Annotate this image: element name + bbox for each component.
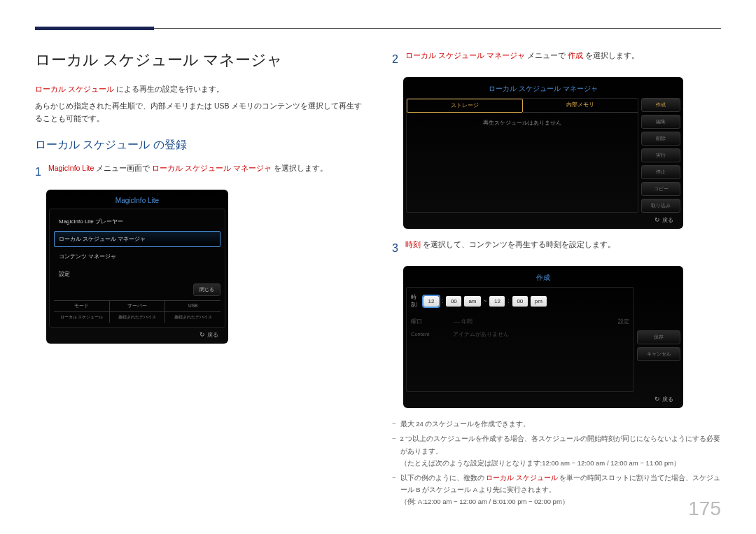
time-start-hour[interactable]: 12 — [424, 296, 439, 307]
step1-pre: MagicInfo Lite — [48, 164, 94, 172]
dev3-date-value: ---- 年間 — [453, 318, 472, 325]
time-colon-2: : — [507, 297, 509, 304]
dev2-empty-message: 再生スケジュールはありません — [407, 113, 638, 134]
note-3-text: 以下の例のように、複数の ローカル スケジュール を単一の時間スロットに割り当て… — [400, 472, 721, 507]
note-3a-red: ローカル スケジュール — [486, 474, 558, 482]
dev1-footer: 戻る — [49, 328, 225, 341]
intro-line-2: あらかじめ指定された再生順で、内部メモリまたは USB メモリのコンテンツを選択… — [35, 100, 364, 125]
time-start-ampm[interactable]: am — [464, 296, 480, 307]
dev3-content-value: アイテムがありません — [453, 331, 509, 338]
note-2b: （たとえば次のような設定は誤りとなります:12:00 am − 12:00 am… — [400, 459, 681, 467]
right-column: 2 ローカル スケジュール マネージャ メニューで 作成 を選択します。 ローカ… — [392, 50, 721, 510]
dev3-row-date: 曜日 ---- 年間 設定 — [411, 318, 629, 325]
step1-mid: メニュー画面で — [94, 164, 152, 172]
dev1-status-v1: 接続されたデバイス — [110, 311, 166, 323]
dev1-status-header: モード サーバー USB — [54, 300, 220, 311]
step-3-number: 3 — [392, 239, 398, 258]
time-row: 時刻 12 : 00 am ~ 12 : 00 pm — [411, 293, 629, 309]
dev1-close-button[interactable]: 閉じる — [193, 283, 220, 296]
device-screen-schedule-manager: ローカル スケジュール マネージャ ストレージ 内部メモリ 再生スケジュールはあ… — [403, 77, 683, 229]
dev3-left-pane: 時刻 12 : 00 am ~ 12 : 00 pm 曜日 ---- 年間 — [406, 287, 634, 392]
step-2: 2 ローカル スケジュール マネージャ メニューで 作成 を選択します。 — [392, 50, 721, 69]
dev3-btn-cancel[interactable]: キャンセル — [637, 347, 680, 361]
dev1-return[interactable]: 戻る — [207, 332, 218, 338]
step3-post: を選択して、コンテンツを再生する時刻を設定します。 — [421, 240, 615, 248]
step-1-text: MagicInfo Lite メニュー画面で ローカル スケジュール マネージャ… — [48, 162, 328, 181]
dev2-tabs: ストレージ 内部メモリ — [407, 99, 638, 113]
dev3-footer: 戻る — [406, 392, 680, 405]
step-3-text: 時刻 を選択して、コンテンツを再生する時刻を設定します。 — [405, 239, 615, 258]
content-columns: ローカル スケジュール マネージャ ローカル スケジュール による再生の設定を行… — [35, 50, 721, 510]
note-1: − 最大 24 のスケジュールを作成できます。 — [392, 418, 721, 430]
section-heading: ローカル スケジュール の登録 — [35, 138, 364, 153]
dev2-btn-edit[interactable]: 編集 — [641, 115, 680, 129]
note-2: − 2 つ以上のスケジュールを作成する場合、各スケジュールの開始時刻が同じになら… — [392, 433, 721, 468]
time-dash: ~ — [484, 297, 487, 304]
dev1-menu-content-manager[interactable]: コンテンツ マネージャ — [54, 248, 220, 265]
dev2-tab-internal[interactable]: 内部メモリ — [523, 99, 638, 113]
intro-red: ローカル スケジュール — [35, 85, 114, 93]
step3-red: 時刻 — [405, 240, 421, 248]
dev1-status-mode: モード — [54, 301, 110, 311]
dev1-status-usb: USB — [165, 301, 220, 311]
dev2-btn-run[interactable]: 実行 — [641, 148, 680, 162]
dev2-body: ストレージ 内部メモリ 再生スケジュールはありません 作成 編集 削除 実行 停… — [406, 98, 680, 213]
return-icon — [654, 396, 662, 402]
left-column: ローカル スケジュール マネージャ ローカル スケジュール による再生の設定を行… — [35, 50, 364, 510]
dev1-status-v0: ローカル スケジュール — [54, 311, 110, 323]
intro-line-1: ローカル スケジュール による再生の設定を行います。 — [35, 83, 364, 96]
dev2-return[interactable]: 戻る — [662, 217, 673, 223]
dev3-return[interactable]: 戻る — [662, 396, 673, 402]
dev1-menu-schedule-manager[interactable]: ローカル スケジュール マネージャ — [54, 231, 220, 247]
dev2-left-pane: ストレージ 内部メモリ 再生スケジュールはありません — [406, 98, 638, 213]
note-1-text: 最大 24 のスケジュールを作成できます。 — [400, 418, 531, 430]
time-end-ampm[interactable]: pm — [531, 296, 547, 307]
time-label: 時刻 — [411, 293, 421, 309]
note-2a: 2 つ以上のスケジュールを作成する場合、各スケジュールの開始時刻が同じにならない… — [400, 435, 721, 454]
dev3-buttons: 保存 キャンセル — [637, 287, 680, 392]
dev1-menu-settings[interactable]: 設定 — [54, 266, 220, 282]
dev3-btn-save[interactable]: 保存 — [637, 330, 680, 344]
note-3b: （例: A:12:00 am − 12:00 am / B:01:00 pm −… — [400, 498, 569, 505]
dev2-btn-import[interactable]: 取り込み — [641, 199, 680, 213]
dev2-tab-storage[interactable]: ストレージ — [407, 99, 523, 113]
top-rule — [35, 28, 721, 29]
step2-red2: 作成 — [568, 51, 583, 59]
dev1-status-server: サーバー — [110, 301, 166, 311]
note-3: − 以下の例のように、複数の ローカル スケジュール を単一の時間スロットに割り… — [392, 472, 721, 507]
note-2-text: 2 つ以上のスケジュールを作成する場合、各スケジュールの開始時刻が同じにならない… — [400, 433, 721, 468]
step1-red2: ローカル スケジュール マネージャ — [152, 164, 272, 172]
step-2-number: 2 — [392, 50, 398, 69]
dev2-btn-stop[interactable]: 停止 — [641, 165, 680, 179]
page-number: 175 — [688, 498, 721, 520]
step-1-number: 1 — [35, 162, 41, 181]
dev2-btn-delete[interactable]: 削除 — [641, 132, 680, 146]
time-end-hour[interactable]: 12 — [489, 296, 505, 307]
dev2-buttons: 作成 編集 削除 実行 停止 コピー 取り込み — [641, 98, 680, 213]
dev1-menu-player[interactable]: MagicInfo Lite プレーヤー — [54, 213, 220, 230]
step-2-text: ローカル スケジュール マネージャ メニューで 作成 を選択します。 — [405, 50, 639, 69]
dev3-content-label: Content — [411, 331, 446, 338]
time-end-min[interactable]: 00 — [512, 296, 528, 307]
dev3-title: 作成 — [406, 269, 680, 287]
dev2-btn-create[interactable]: 作成 — [641, 98, 680, 112]
device-screen-create: 作成 時刻 12 : 00 am ~ 12 : 00 pm — [403, 266, 683, 408]
step1-post: を選択します。 — [272, 164, 328, 172]
time-start-min[interactable]: 00 — [446, 296, 461, 307]
dev2-footer: 戻る — [406, 213, 680, 226]
step-1: 1 MagicInfo Lite メニュー画面で ローカル スケジュール マネー… — [35, 162, 364, 181]
return-icon — [654, 217, 662, 223]
dash-icon: − — [392, 418, 396, 430]
dev3-body: 時刻 12 : 00 am ~ 12 : 00 pm 曜日 ---- 年間 — [406, 287, 680, 392]
return-icon — [200, 332, 207, 338]
notes-block: − 最大 24 のスケジュールを作成できます。 − 2 つ以上のスケジュールを作… — [392, 418, 721, 507]
step2-mid: メニューで — [525, 51, 568, 59]
dev2-btn-copy[interactable]: コピー — [641, 182, 680, 196]
dev3-row-content: Content アイテムがありません — [411, 331, 629, 338]
dev3-date-set: 設定 — [618, 318, 629, 325]
dev1-status-v2: 接続されたデバイス — [165, 311, 220, 323]
dash-icon: − — [392, 433, 396, 468]
dev3-date-label: 曜日 — [411, 318, 446, 325]
device-screen-magicinfo: MagicInfo Lite MagicInfo Lite プレーヤー ローカル… — [46, 190, 228, 344]
step2-post: を選択します。 — [583, 51, 639, 59]
